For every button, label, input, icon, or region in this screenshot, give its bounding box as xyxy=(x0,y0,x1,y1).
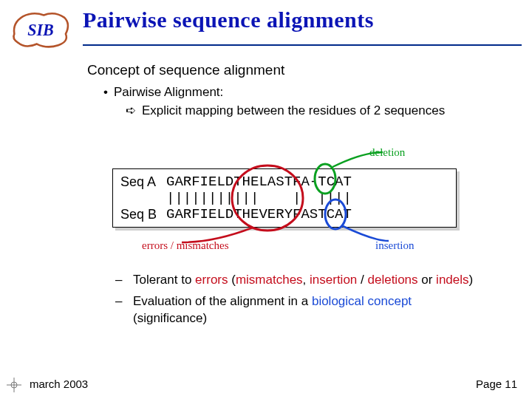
section-heading: Concept of sequence alignment xyxy=(87,61,502,80)
word-indels: indels xyxy=(436,273,468,287)
match-row: ||||||||||| | |||| xyxy=(120,190,449,206)
point-tolerant: – Tolerant to errors (mismatches, insert… xyxy=(115,272,488,289)
txt: Evaluation of the alignment in a xyxy=(133,294,312,308)
label-insertion: insertion xyxy=(375,239,415,252)
word-errors: errors xyxy=(195,273,228,287)
point-evaluation-text: Evaluation of the alignment in a biologi… xyxy=(133,293,488,327)
bullet-pairwise: • Pairwise Alignment: xyxy=(103,84,502,101)
title-underline xyxy=(83,44,522,46)
txt: or xyxy=(418,273,437,287)
footer-date: march 2003 xyxy=(30,378,88,390)
arrow-right-icon: ➪ xyxy=(126,103,136,120)
label-errors: errors / mismatches xyxy=(142,239,228,252)
bullet-dot-icon: • xyxy=(103,84,108,101)
word-biological: biological concept xyxy=(312,294,412,308)
footer-page: Page 11 xyxy=(476,378,517,390)
subbullet-text: Explicit mapping between the residues of… xyxy=(142,103,502,120)
slide-root: SIB Pairwise sequence alignments Concept… xyxy=(0,0,532,399)
point-tolerant-text: Tolerant to errors (mismatches, insertio… xyxy=(133,272,473,289)
txt: Tolerant to xyxy=(133,273,195,287)
txt: / xyxy=(357,273,367,287)
txt: (significance) xyxy=(133,311,207,325)
seq-a-row: Seq AGARFIELDTHELASTFA-TCAT xyxy=(120,174,449,190)
subbullet-explicit: ➪ Explicit mapping between the residues … xyxy=(126,103,502,120)
dash-icon: – xyxy=(115,272,126,289)
word-mismatches: mismatches xyxy=(236,273,303,287)
point-evaluation: – Evaluation of the alignment in a biolo… xyxy=(115,293,488,327)
sib-logo: SIB xyxy=(9,9,72,50)
txt: , xyxy=(303,273,310,287)
seq-b-label: Seq B xyxy=(120,206,166,222)
word-deletions: deletions xyxy=(367,273,417,287)
match-pipes: ||||||||||| | |||| xyxy=(166,190,352,206)
word-insertion: insertion xyxy=(310,273,357,287)
content-block: Concept of sequence alignment • Pairwise… xyxy=(87,61,502,120)
label-deletion: deletion xyxy=(369,146,405,159)
alignment-box: Seq AGARFIELDTHELASTFA-TCAT ||||||||||| … xyxy=(112,168,457,228)
seq-a-label: Seq A xyxy=(120,174,166,190)
seq-b-sequence: GARFIELDTHEVERYFASTCAT xyxy=(166,206,352,222)
slide-title: Pairwise sequence alignments xyxy=(83,7,374,33)
logo-text: SIB xyxy=(27,21,54,39)
dash-icon: – xyxy=(115,293,126,327)
bullet-pairwise-text: Pairwise Alignment: xyxy=(114,84,502,101)
txt: ) xyxy=(469,273,474,287)
lower-points: – Tolerant to errors (mismatches, insert… xyxy=(111,272,488,332)
seq-b-row: Seq BGARFIELDTHEVERYFASTCAT xyxy=(120,206,449,222)
txt: ( xyxy=(228,273,236,287)
seq-a-sequence: GARFIELDTHELASTFA-TCAT xyxy=(166,174,352,190)
cross-marker-icon xyxy=(4,375,24,395)
